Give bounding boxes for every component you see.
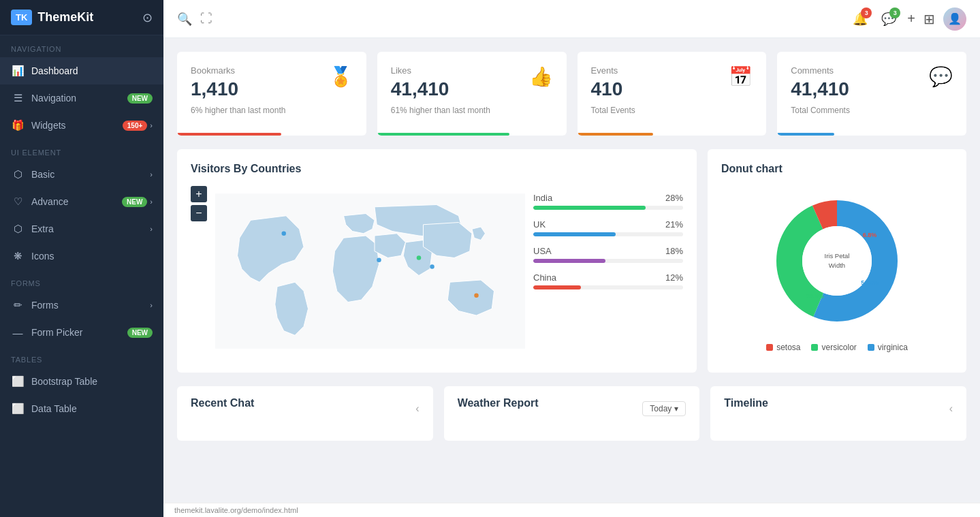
sidebar-item-widgets[interactable]: 🎁 Widgets 150+ › bbox=[0, 112, 163, 139]
search-icon[interactable]: 🔍 bbox=[177, 12, 192, 27]
likes-icon: 👍 bbox=[529, 65, 553, 88]
country-stats: India 28% UK 21% bbox=[533, 186, 683, 359]
map-title: Visitors By Countries bbox=[191, 163, 683, 175]
sidebar-item-label: Basic bbox=[31, 169, 147, 180]
events-icon: 📅 bbox=[729, 65, 753, 88]
sidebar-toggle[interactable]: ⊙ bbox=[142, 10, 153, 25]
chevron-icon: › bbox=[150, 121, 153, 129]
new-badge: NEW bbox=[127, 328, 153, 338]
country-pct: 18% bbox=[665, 246, 683, 256]
bottom-section: Recent Chat ‹ Weather Report Today ▾ Tim… bbox=[177, 386, 966, 441]
navigation-icon: ☰ bbox=[11, 91, 25, 105]
world-map bbox=[215, 186, 525, 356]
sidebar-item-dashboard[interactable]: 📊 Dashboard bbox=[0, 57, 163, 84]
messages-count: 3 bbox=[889, 7, 900, 18]
sidebar-item-label: Icons bbox=[31, 251, 153, 262]
sidebar-item-bootstrap-table[interactable]: ⬜ Bootstrap Table bbox=[0, 368, 163, 395]
map-zoom-in[interactable]: + bbox=[191, 186, 207, 202]
stat-card-events: Events 410 📅 Total Events bbox=[578, 52, 767, 136]
country-pct: 21% bbox=[665, 219, 683, 230]
map-controls: + − bbox=[191, 186, 207, 221]
weather-title: Weather Report bbox=[458, 397, 539, 409]
stat-card-comments: Comments 41,410 💬 Total Comments bbox=[777, 52, 966, 136]
country-pct: 12% bbox=[665, 272, 683, 283]
sidebar-item-navigation[interactable]: ☰ Navigation NEW bbox=[0, 84, 163, 112]
recent-chat-card: Recent Chat ‹ bbox=[177, 386, 433, 441]
sidebar-item-label: Bootstrap Table bbox=[31, 376, 153, 387]
section-ui-label: UI Element bbox=[0, 139, 163, 161]
today-button[interactable]: Today ▾ bbox=[642, 401, 686, 416]
donut-card: Donut chart bbox=[708, 149, 966, 373]
chevron-icon: › bbox=[150, 198, 153, 206]
donut-chart-wrap: 6.8% 36.9% 56.3% Iris Petal Width bbox=[721, 186, 953, 336]
timeline-card: Timeline ‹ bbox=[710, 386, 966, 441]
map-zoom-out[interactable]: − bbox=[191, 205, 207, 221]
avatar[interactable]: 👤 bbox=[943, 7, 966, 31]
expand-icon[interactable]: ⛶ bbox=[200, 12, 212, 26]
forms-icon: ✏ bbox=[11, 298, 25, 312]
timeline-prev[interactable]: ‹ bbox=[949, 403, 953, 415]
sidebar-item-label: Navigation bbox=[31, 93, 127, 104]
svg-point-1 bbox=[377, 258, 381, 263]
sidebar-item-extra[interactable]: ⬡ Extra › bbox=[0, 215, 163, 242]
stat-value: 1,410 bbox=[191, 78, 238, 100]
sidebar-item-label: Extra bbox=[31, 223, 147, 234]
svg-point-4 bbox=[430, 264, 434, 269]
messages-button[interactable]: 💬 3 bbox=[881, 12, 896, 27]
svg-text:Iris Petal: Iris Petal bbox=[825, 252, 850, 260]
donut-svg: 6.8% 36.9% 56.3% Iris Petal Width bbox=[769, 193, 905, 329]
versicolor-label: versicolor bbox=[821, 343, 856, 352]
donut-legend: setosa versicolor virginica bbox=[721, 343, 953, 352]
sidebar-item-label: Forms bbox=[31, 300, 147, 311]
extra-icon: ⬡ bbox=[11, 222, 25, 236]
notification-count: 3 bbox=[861, 7, 872, 18]
country-row-china: China 12% bbox=[533, 272, 683, 289]
bootstrap-table-icon: ⬜ bbox=[11, 375, 25, 388]
svg-text:36.9%: 36.9% bbox=[806, 293, 824, 300]
section-tables-label: Tables bbox=[0, 346, 163, 368]
bookmarks-icon: 🏅 bbox=[329, 65, 353, 88]
content-area: Bookmarks 1,410 🏅 6% higher than last mo… bbox=[163, 38, 980, 503]
dashboard-icon: 📊 bbox=[11, 64, 25, 78]
sidebar-item-advance[interactable]: ♡ Advance NEW › bbox=[0, 188, 163, 215]
stat-card-bookmarks: Bookmarks 1,410 🏅 6% higher than last mo… bbox=[177, 52, 366, 136]
svg-text:56.3%: 56.3% bbox=[861, 279, 879, 286]
setosa-dot bbox=[766, 344, 773, 351]
logo-text: ThemeKit bbox=[37, 10, 93, 25]
svg-point-3 bbox=[417, 255, 422, 260]
sidebar-item-label: Dashboard bbox=[31, 65, 153, 76]
recent-chat-prev[interactable]: ‹ bbox=[415, 403, 419, 415]
sidebar-item-forms[interactable]: ✏ Forms › bbox=[0, 292, 163, 319]
svg-text:6.8%: 6.8% bbox=[863, 232, 877, 238]
notifications-button[interactable]: 🔔 3 bbox=[853, 12, 868, 27]
sidebar-item-data-table[interactable]: ⬜ Data Table bbox=[0, 395, 163, 422]
legend-virginica: virginica bbox=[868, 343, 908, 352]
donut-title: Donut chart bbox=[721, 163, 953, 175]
stat-cards: Bookmarks 1,410 🏅 6% higher than last mo… bbox=[177, 52, 966, 136]
stat-value: 41,410 bbox=[391, 78, 449, 100]
map-card: Visitors By Countries + − bbox=[177, 149, 697, 373]
legend-setosa: setosa bbox=[766, 343, 800, 352]
svg-point-2 bbox=[282, 232, 287, 236]
main-area: 🔍 ⛶ 🔔 3 💬 3 + ⊞ 👤 Bookmarks 1,410 bbox=[163, 0, 980, 517]
widgets-icon: 🎁 bbox=[11, 119, 25, 132]
sidebar-item-label: Form Picker bbox=[31, 327, 127, 338]
icons-icon: ❋ bbox=[11, 249, 25, 263]
sidebar-item-icons[interactable]: ❋ Icons bbox=[0, 242, 163, 270]
form-picker-icon: — bbox=[11, 326, 25, 339]
add-button[interactable]: + bbox=[907, 11, 915, 27]
svg-text:Width: Width bbox=[829, 262, 845, 269]
country-name: UK bbox=[533, 219, 546, 230]
setosa-label: setosa bbox=[776, 343, 800, 352]
stat-label: Bookmarks bbox=[191, 65, 238, 76]
country-row-usa: USA 18% bbox=[533, 246, 683, 263]
country-row-uk: UK 21% bbox=[533, 219, 683, 236]
dropdown-icon: ▾ bbox=[674, 404, 678, 413]
sidebar-item-basic[interactable]: ⬡ Basic › bbox=[0, 161, 163, 188]
sidebar-item-label: Widgets bbox=[31, 120, 123, 131]
advance-icon: ♡ bbox=[11, 195, 25, 208]
comments-icon: 💬 bbox=[929, 65, 953, 88]
svg-point-5 bbox=[474, 294, 479, 298]
sidebar-item-form-picker[interactable]: — Form Picker NEW bbox=[0, 319, 163, 346]
grid-button[interactable]: ⊞ bbox=[923, 11, 935, 27]
